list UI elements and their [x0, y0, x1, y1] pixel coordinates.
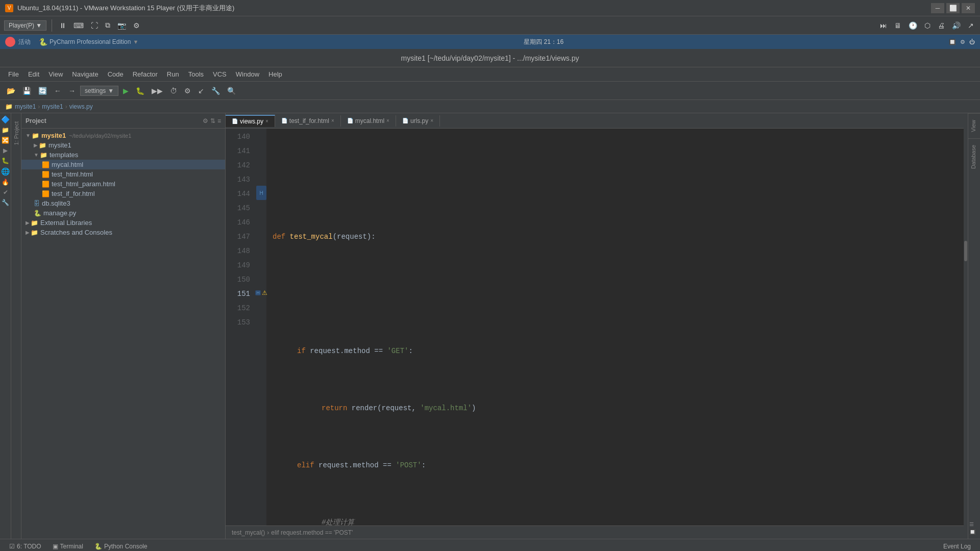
run-panel-icon[interactable]: ▶ — [3, 147, 8, 154]
toolbar-fwd-btn[interactable]: → — [66, 85, 78, 96]
tab-urls[interactable]: 📄 urls.py × — [396, 115, 440, 127]
menu-view[interactable]: View — [44, 69, 67, 79]
ctrl-alt-del-button[interactable]: ⌨ — [71, 20, 86, 31]
toolbar-save-btn[interactable]: 💾 — [20, 85, 34, 96]
vmware-right-btn4[interactable]: ⬡ — [922, 20, 933, 31]
vmware-right-btn1[interactable]: ⏭ — [878, 20, 889, 31]
str-get: 'GET' — [387, 344, 408, 358]
tab-views-py[interactable]: 📄 views.py × — [226, 115, 275, 127]
sqlite-icon: 🗄 — [34, 200, 40, 207]
window-controls[interactable]: ─ ⬜ ✕ — [931, 3, 975, 13]
tree-item-extlibs[interactable]: ▶ 📁 External Libraries — [21, 218, 225, 228]
menu-tools[interactable]: Tools — [184, 69, 208, 79]
tree-item-testiffor[interactable]: 🟧 test_if_for.html — [21, 189, 225, 198]
menu-window[interactable]: Window — [232, 69, 263, 79]
power-icon[interactable]: ⏻ — [969, 39, 975, 45]
tree-item-scratches[interactable]: ▶ 📁 Scratches and Consoles — [21, 228, 225, 237]
scroll-thumb[interactable] — [964, 241, 967, 261]
settings-button[interactable]: ⚙ — [182, 85, 193, 96]
panel-sort-icon[interactable]: ⇅ — [210, 117, 215, 124]
unity-button[interactable]: ⧉ — [103, 20, 112, 31]
code-area[interactable]: 140 141 142 143 144 145 146 147 148 149 … — [226, 129, 968, 525]
vmware-right-btn7[interactable]: ↗ — [966, 20, 976, 31]
html-icon-testhtmlparam: 🟧 — [42, 181, 50, 188]
tab-mycal-close[interactable]: × — [386, 118, 389, 123]
profile-button[interactable]: ⏱ — [167, 85, 180, 96]
tree-item-templates[interactable]: ▼ 📁 templates — [21, 150, 225, 160]
tree-item-testhtmlparam[interactable]: 🟧 test_html_param.html — [21, 179, 225, 189]
vmware-right-btn3[interactable]: 🕐 — [906, 20, 919, 31]
misc-icon[interactable]: 🔧 — [2, 199, 9, 206]
pause-button[interactable]: ⏸ — [57, 20, 68, 31]
settings-icon[interactable]: ⚙ — [960, 39, 965, 45]
vmware-right-btn6[interactable]: 🔊 — [950, 20, 963, 31]
network-icon[interactable]: 🔲 — [949, 39, 956, 45]
right-icon-1[interactable]: ☰ — [969, 521, 977, 527]
fullscreen-button[interactable]: ⛶ — [89, 20, 100, 31]
restore-button[interactable]: ⬜ — [946, 3, 960, 13]
debug-button[interactable]: 🐛 — [133, 85, 147, 96]
right-sidebar-tab-view[interactable]: View — [968, 113, 980, 138]
browser-icon[interactable]: 🌐 — [1, 167, 10, 176]
menu-run[interactable]: Run — [163, 69, 183, 79]
pycharm-app-label[interactable]: 🐍 PyCharm Professional Edition ▼ — [39, 38, 138, 46]
menu-help[interactable]: Help — [264, 69, 286, 79]
right-icon-2[interactable]: 🔲 — [969, 529, 977, 535]
toolbar-sync-btn[interactable]: 🔄 — [36, 85, 50, 96]
tree-item-managepy[interactable]: 🐍 manage.py — [21, 208, 225, 218]
tree-item-root[interactable]: ▼ 📁 mysite1 ~/tedu/vip/day02/mysite1 — [21, 131, 225, 140]
tree-item-mycal[interactable]: 🟧 mycal.html — [21, 160, 225, 169]
project-icon[interactable]: 📁 — [2, 127, 9, 134]
event-log-btn[interactable]: Event Log — [938, 542, 976, 551]
menu-refactor[interactable]: Refactor — [129, 69, 162, 79]
tab-views-py-close[interactable]: × — [265, 118, 268, 124]
menu-code[interactable]: Code — [104, 69, 128, 79]
bottom-tab-todo[interactable]: ☑ 6: TODO — [4, 542, 46, 551]
activities-label[interactable]: 活动 — [18, 38, 31, 46]
breadcrumb-item-2[interactable]: mysite1 — [42, 103, 63, 110]
tree-label-root: mysite1 — [41, 132, 66, 139]
menu-file[interactable]: File — [4, 69, 23, 79]
search-button[interactable]: 🔍 — [225, 85, 238, 96]
snapshot-button[interactable]: 📷 — [115, 20, 128, 31]
firebase-icon[interactable]: 🔥 — [2, 179, 9, 186]
panel-cog-icon[interactable]: ⚙ — [203, 117, 208, 124]
toolbar-open-btn[interactable]: 📂 — [4, 85, 18, 96]
panel-vertical-labels: 1: Project — [11, 113, 21, 539]
menu-vcs[interactable]: VCS — [209, 69, 231, 79]
tree-item-mysite1[interactable]: ▶ 📁 mysite1 — [21, 140, 225, 150]
player-menu-button[interactable]: Player(P) ▼ — [4, 20, 46, 31]
minimize-button[interactable]: ─ — [931, 3, 944, 13]
tab-testiffor-close[interactable]: × — [331, 118, 334, 123]
menu-navigate[interactable]: Navigate — [68, 69, 102, 79]
vmware-right-btn5[interactable]: 🖨 — [936, 20, 947, 31]
tab-urls-close[interactable]: × — [430, 118, 433, 123]
project-panel-label[interactable]: 1: Project — [11, 117, 21, 149]
breadcrumb-item-3[interactable]: views.py — [69, 103, 93, 110]
coverage-button[interactable]: ▶▶ — [149, 85, 165, 96]
vmware-right-btn2[interactable]: 🖥 — [892, 20, 903, 31]
commit-icon[interactable]: 🔀 — [2, 137, 9, 144]
tab-mycal[interactable]: 📄 mycal.html × — [341, 115, 396, 127]
tree-item-testhtml[interactable]: 🟧 test_html.html — [21, 169, 225, 179]
close-button[interactable]: ✕ — [962, 3, 975, 13]
breadcrumb-sep-1: › — [38, 103, 40, 110]
tab-testiffor[interactable]: 📄 test_if_for.html × — [275, 115, 341, 127]
toolbar-arrow1[interactable]: ↙ — [195, 85, 207, 96]
debug-panel-icon[interactable]: 🐛 — [2, 157, 9, 164]
run-button[interactable]: ▶ — [120, 85, 131, 96]
vmware-settings-button[interactable]: ⚙ — [131, 20, 142, 31]
toolbar-back-btn[interactable]: ← — [52, 85, 64, 96]
panel-gear-icon[interactable]: ≡ — [217, 117, 221, 124]
bottom-tab-terminal[interactable]: ▣ Terminal — [47, 542, 88, 551]
right-sidebar-tab-database[interactable]: Database — [968, 138, 980, 175]
bottom-tab-python-console[interactable]: 🐍 Python Console — [89, 542, 153, 551]
run-config-dropdown[interactable]: settings ▼ — [80, 86, 118, 96]
scroll-indicator[interactable] — [964, 129, 968, 525]
tree-item-sqlite[interactable]: 🗄 db.sqlite3 — [21, 198, 225, 208]
toolbar-arrow2[interactable]: 🔧 — [209, 85, 223, 96]
breadcrumb-item-1[interactable]: mysite1 — [15, 103, 36, 110]
menu-edit[interactable]: Edit — [24, 69, 43, 79]
code-content[interactable]: def test_mycal(request): if request.meth… — [266, 129, 968, 525]
todo-icon[interactable]: ✔ — [3, 189, 8, 196]
